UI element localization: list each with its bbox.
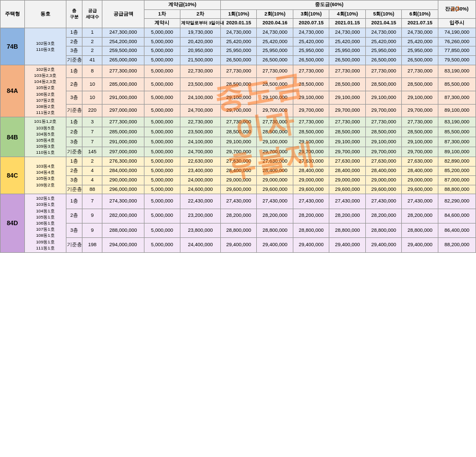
td-floor: 2층 [66,127,82,137]
td-c1: 5,000,000 [144,91,180,105]
th-4hoi-date: 2021.01.15 [329,19,366,28]
td-m4: 25,950,000 [329,46,366,56]
td-c2: 24,100,000 [180,91,221,105]
td-c2: 24,400,000 [180,238,221,252]
td-janggeum: 89,100,000 [438,147,475,157]
td-m1: 28,800,000 [220,224,257,238]
td-m1: 24,730,000 [220,28,257,38]
td-m3: 28,400,000 [293,167,329,176]
td-floor: 1층 [66,194,82,209]
td-m5: 25,420,000 [365,37,402,46]
payment-table: 주택형 동호 층구분 공급세대수 공급금액 계약금(10%) 중도금(60%) … [0,0,476,253]
td-m2: 28,500,000 [257,78,293,91]
th-6hoi: 6회(10%) [402,9,438,19]
th-1hoi: 1회(10%) [220,9,257,19]
td-m1: 29,400,000 [220,238,257,252]
td-m4: 28,500,000 [329,127,366,137]
td-m6: 29,700,000 [402,147,438,157]
td-m3: 27,630,000 [293,157,329,167]
td-c2: 24,100,000 [180,137,221,147]
td-c2: 22,730,000 [180,117,221,127]
td-m1: 26,500,000 [220,56,257,65]
td-m1: 27,630,000 [220,157,257,167]
table-row: 3층7291,000,0005,000,00024,100,00029,100,… [1,137,476,147]
td-floor: 기준층 [66,56,82,65]
td-c2: 23,500,000 [180,78,221,91]
td-c1: 5,000,000 [144,37,180,46]
td-janggeum: 88,200,000 [438,238,475,252]
td-janggeum: 87,000,000 [438,175,475,185]
td-m4: 29,100,000 [329,137,366,147]
td-m2: 28,500,000 [257,127,293,137]
table-row: 84C103동4호104동4호105동3호109동2호1층2276,300,00… [1,157,476,167]
td-janggeum: 85,200,000 [438,167,475,176]
td-m3: 29,700,000 [293,104,329,117]
td-c2: 24,000,000 [180,175,221,185]
td-gonggeumak: 284,000,000 [102,167,144,176]
th-dongho: 동호 [24,1,66,28]
td-sesu: 4 [82,175,102,185]
td-janggeum: 79,500,000 [438,56,475,65]
td-floor: 2층 [66,209,82,223]
td-janggeum: 87,300,000 [438,91,475,105]
td-janggeum: 85,500,000 [438,127,475,137]
th-jungdogeum: 중도금(60%) [220,1,438,10]
td-dongho: 102동1호103동1호104동1호105동1호106동1호107동1호108동… [24,194,66,253]
td-c2: 23,800,000 [180,224,221,238]
td-c2: 24,700,000 [180,147,221,157]
td-juhyeong: 84A [1,65,25,117]
td-m2: 29,100,000 [257,137,293,147]
td-c2: 24,700,000 [180,104,221,117]
td-m6: 28,500,000 [402,127,438,137]
td-m4: 29,700,000 [329,104,366,117]
td-sesu: 9 [82,224,102,238]
td-m4: 28,500,000 [329,78,366,91]
th-3hoi-date: 2020.07.15 [293,19,329,28]
td-m5: 25,950,000 [365,46,402,56]
td-m5: 29,400,000 [365,238,402,252]
table-row: 84D102동1호103동1호104동1호105동1호106동1호107동1호1… [1,194,476,209]
td-c2: 22,430,000 [180,194,221,209]
td-c2: 20,950,000 [180,46,221,56]
table-row: 기준층145297,000,0005,000,00024,700,00029,7… [1,147,476,157]
td-gonggeumak: 282,000,000 [102,209,144,223]
td-sesu: 10 [82,78,102,91]
table-row: 3층9288,000,0005,000,00023,800,00028,800,… [1,224,476,238]
td-c2: 22,630,000 [180,157,221,167]
table-row: 기준층41265,000,0005,000,00021,500,00026,50… [1,56,476,65]
td-janggeum: 77,850,000 [438,46,475,56]
td-c1: 5,000,000 [144,167,180,176]
td-floor: 3층 [66,46,82,56]
td-m5: 27,730,000 [365,65,402,78]
td-m1: 29,600,000 [220,185,257,194]
table-row: 3층2259,500,0005,000,00020,950,00025,950,… [1,46,476,56]
td-m4: 29,600,000 [329,185,366,194]
table-row: 84B101동1,2호103동5호104동5호105동4호109동3호110동1… [1,117,476,127]
td-m2: 29,600,000 [257,185,293,194]
td-m4: 26,500,000 [329,56,366,65]
td-janggeum: 87,300,000 [438,137,475,147]
td-gonggeumak: 296,000,000 [102,185,144,194]
td-c1: 5,000,000 [144,117,180,127]
td-m5: 29,600,000 [365,185,402,194]
td-sesu: 198 [82,238,102,252]
th-2hoi: 2회(10%) [257,9,293,19]
td-m2: 27,730,000 [257,65,293,78]
td-gonggeumak: 288,000,000 [102,224,144,238]
td-m2: 28,400,000 [257,167,293,176]
td-janggeum: 74,190,000 [438,28,475,38]
td-m3: 27,430,000 [293,194,329,209]
table-row: 기준층220297,000,0005,000,00024,700,00029,7… [1,104,476,117]
th-5hoi-date: 2021.04.15 [365,19,402,28]
td-m2: 27,430,000 [257,194,293,209]
td-floor: 2층 [66,78,82,91]
header-row-1: 주택형 동호 층구분 공급세대수 공급금액 계약금(10%) 중도금(60%) … [1,1,476,10]
td-m2: 27,630,000 [257,157,293,167]
td-sesu: 1 [82,28,102,38]
td-janggeum: 85,500,000 [438,78,475,91]
td-m6: 26,500,000 [402,56,438,65]
td-gonggeumak: 247,300,000 [102,28,144,38]
td-m2: 29,000,000 [257,175,293,185]
td-m1: 29,100,000 [220,91,257,105]
td-m4: 27,630,000 [329,157,366,167]
